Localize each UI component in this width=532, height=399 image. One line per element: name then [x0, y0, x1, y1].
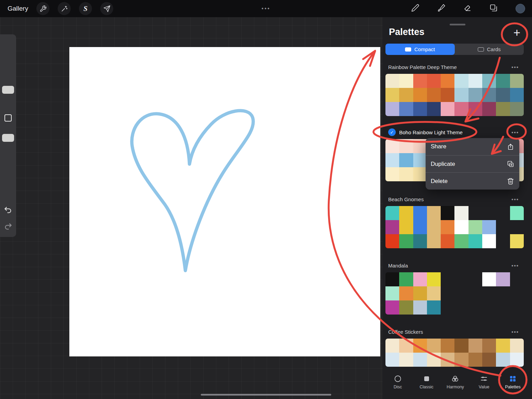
swatch[interactable] — [427, 300, 441, 315]
swatch[interactable] — [510, 339, 524, 353]
swatch[interactable] — [454, 234, 468, 248]
swatch[interactable] — [399, 300, 413, 315]
swatch[interactable] — [385, 102, 399, 116]
menu-item-delete[interactable]: Delete — [426, 172, 519, 190]
swatch[interactable] — [427, 286, 441, 300]
swatch[interactable] — [441, 220, 454, 234]
swatch[interactable] — [413, 272, 427, 286]
swatch[interactable] — [385, 353, 399, 367]
swatch[interactable] — [469, 286, 482, 300]
tab-palettes[interactable]: Palettes — [498, 370, 527, 394]
swatch[interactable] — [441, 272, 454, 286]
swatch[interactable] — [427, 102, 441, 116]
swatch[interactable] — [496, 300, 510, 315]
swatch[interactable] — [510, 206, 524, 220]
swatch[interactable] — [496, 220, 510, 234]
swatch[interactable] — [482, 353, 496, 367]
swatch[interactable] — [399, 353, 413, 367]
segment-cards[interactable]: Cards — [455, 44, 524, 55]
swatch[interactable] — [510, 300, 524, 315]
swatch[interactable] — [399, 167, 413, 181]
palette-options-button[interactable]: ••• — [511, 263, 519, 269]
swatch[interactable] — [413, 220, 427, 234]
swatch[interactable] — [482, 286, 496, 300]
swatch[interactable] — [454, 353, 468, 367]
swatch[interactable] — [427, 220, 441, 234]
layers-button[interactable] — [489, 4, 498, 13]
swatch[interactable] — [385, 139, 399, 153]
swatch[interactable] — [469, 102, 482, 116]
swatch[interactable] — [454, 272, 468, 286]
swatch[interactable] — [385, 300, 399, 315]
swatch[interactable] — [496, 234, 510, 248]
swatch[interactable] — [454, 300, 468, 315]
palette-options-button[interactable]: ••• — [511, 329, 519, 335]
swatch[interactable] — [399, 339, 413, 353]
swatch[interactable] — [427, 88, 441, 102]
swatch[interactable] — [454, 88, 468, 102]
swatch[interactable] — [496, 88, 510, 102]
swatch[interactable] — [385, 234, 399, 248]
swatch[interactable] — [413, 286, 427, 300]
home-indicator[interactable] — [201, 394, 331, 396]
swatch[interactable] — [413, 167, 427, 181]
drawing-canvas[interactable] — [69, 47, 380, 356]
swatch[interactable] — [399, 139, 413, 153]
swatch[interactable] — [413, 74, 427, 88]
paint-tool-button[interactable] — [411, 4, 419, 13]
swatch[interactable] — [496, 74, 510, 88]
swatch[interactable] — [496, 272, 510, 286]
swatch[interactable] — [399, 234, 413, 248]
swatch[interactable] — [385, 153, 399, 167]
tab-harmony[interactable]: Harmony — [441, 370, 470, 394]
swatch[interactable] — [413, 153, 427, 167]
swatch[interactable] — [469, 300, 482, 315]
swatch[interactable] — [482, 88, 496, 102]
swatch[interactable] — [482, 300, 496, 315]
swatch[interactable] — [496, 339, 510, 353]
swatch[interactable] — [413, 234, 427, 248]
swatch[interactable] — [427, 206, 441, 220]
swatch[interactable] — [469, 88, 482, 102]
swatch[interactable] — [413, 88, 427, 102]
swatch[interactable] — [454, 339, 468, 353]
swatch[interactable] — [399, 272, 413, 286]
swatch[interactable] — [399, 220, 413, 234]
swatch[interactable] — [469, 353, 482, 367]
swatch[interactable] — [441, 74, 454, 88]
swatch[interactable] — [496, 353, 510, 367]
swatch[interactable] — [510, 353, 524, 367]
window-options-dots[interactable]: ••• — [262, 0, 270, 17]
swatch[interactable] — [469, 206, 482, 220]
add-palette-button[interactable]: + — [510, 25, 524, 39]
smudge-tool-button[interactable] — [437, 4, 446, 13]
swatch[interactable] — [510, 272, 524, 286]
swatch[interactable] — [469, 339, 482, 353]
eraser-tool-button[interactable] — [463, 4, 472, 13]
swatch[interactable] — [413, 353, 427, 367]
redo-button[interactable] — [3, 222, 13, 231]
swatch[interactable] — [385, 220, 399, 234]
swatch[interactable] — [482, 102, 496, 116]
swatch[interactable] — [399, 88, 413, 102]
brush-size-slider[interactable] — [2, 86, 14, 94]
swatch[interactable] — [385, 167, 399, 181]
swatch[interactable] — [482, 339, 496, 353]
swatch[interactable] — [413, 300, 427, 315]
swatch[interactable] — [427, 74, 441, 88]
swatch[interactable] — [441, 206, 454, 220]
swatch[interactable] — [399, 102, 413, 116]
tab-value[interactable]: Value — [470, 370, 498, 394]
swatch[interactable] — [385, 272, 399, 286]
swatch[interactable] — [427, 353, 441, 367]
brush-opacity-slider[interactable] — [2, 134, 14, 142]
segment-compact[interactable]: Compact — [385, 44, 455, 55]
swatch[interactable] — [496, 286, 510, 300]
swatch[interactable] — [482, 74, 496, 88]
swatch[interactable] — [510, 74, 524, 88]
swatch[interactable] — [454, 74, 468, 88]
active-color-swatch[interactable] — [516, 4, 525, 13]
swatch[interactable] — [427, 272, 441, 286]
swatch[interactable] — [496, 102, 510, 116]
swatch[interactable] — [385, 88, 399, 102]
